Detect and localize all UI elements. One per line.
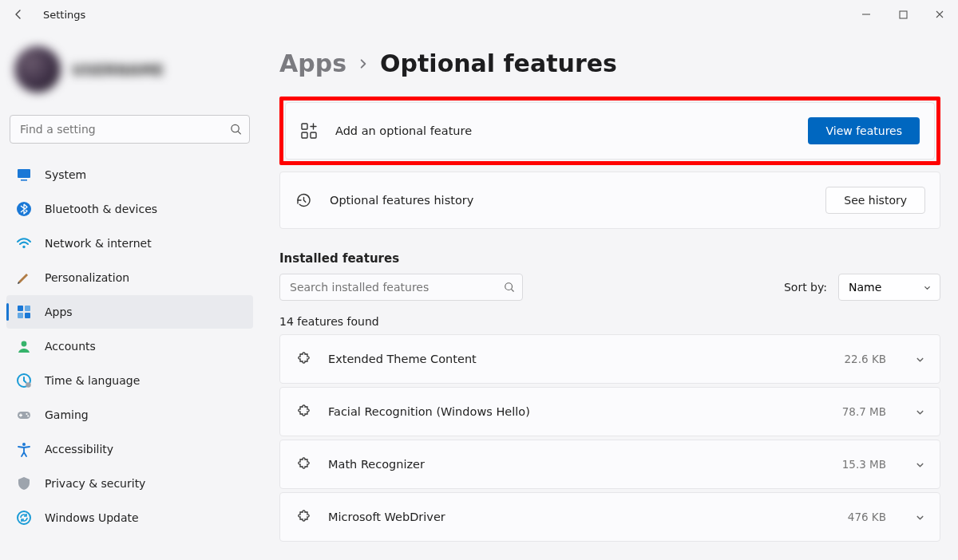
sidebar-item-label: Network & internet (45, 237, 152, 250)
time-icon (16, 373, 32, 388)
apps-icon (16, 304, 32, 320)
feature-row[interactable]: Math Recognizer15.3 MB (279, 440, 940, 489)
sidebar-search (10, 115, 250, 144)
svg-rect-3 (302, 132, 307, 138)
svg-rect-4 (311, 132, 316, 138)
sidebar-item-label: Time & language (45, 374, 140, 387)
system-icon (16, 167, 32, 183)
profile-row[interactable]: USERNAME (6, 40, 253, 105)
search-icon (230, 124, 242, 136)
sidebar-item-label: Bluetooth & devices (45, 203, 157, 215)
breadcrumb-parent[interactable]: Apps (279, 49, 346, 77)
installed-heading: Installed features (279, 251, 940, 266)
search-input[interactable] (10, 115, 250, 144)
sort-dropdown[interactable]: Name (838, 274, 940, 301)
puzzle-icon (295, 509, 311, 525)
view-features-button[interactable]: View features (808, 117, 920, 144)
chevron-down-icon (915, 459, 925, 470)
svg-point-1 (232, 124, 239, 132)
search-icon (504, 282, 515, 293)
gaming-icon (16, 407, 32, 423)
sidebar-item-label: Privacy & security (45, 477, 145, 490)
feature-size: 15.3 MB (842, 458, 886, 471)
sidebar-item-update[interactable]: Windows Update (6, 501, 253, 534)
puzzle-icon (295, 404, 311, 420)
feature-row[interactable]: Facial Recognition (Windows Hello)78.7 M… (279, 387, 940, 436)
sidebar-item-label: Accounts (45, 340, 96, 353)
chevron-right-icon (358, 58, 369, 69)
sidebar-item-gaming[interactable]: Gaming (6, 398, 253, 432)
puzzle-icon (295, 351, 311, 367)
feature-name: Facial Recognition (Windows Hello) (328, 405, 825, 418)
accounts-icon (16, 338, 32, 354)
bluetooth-icon (16, 201, 32, 217)
sidebar-item-label: Apps (45, 306, 73, 318)
svg-rect-2 (302, 124, 307, 129)
chevron-down-icon (915, 407, 925, 417)
page-title: Optional features (380, 49, 617, 77)
chevron-down-icon (915, 354, 925, 365)
feature-row[interactable]: Extended Theme Content22.6 KB (279, 334, 940, 384)
feature-size: 22.6 KB (845, 353, 886, 365)
feature-name: Microsoft WebDriver (328, 511, 830, 523)
back-button[interactable] (5, 1, 32, 28)
titlebar: Settings (0, 0, 958, 29)
sidebar-item-privacy[interactable]: Privacy & security (6, 467, 253, 500)
update-icon (16, 510, 32, 526)
see-history-button[interactable]: See history (825, 187, 925, 214)
sort-value: Name (849, 281, 881, 294)
feature-name: Extended Theme Content (328, 353, 827, 365)
history-icon (295, 191, 312, 209)
sidebar-item-time[interactable]: Time & language (6, 364, 253, 397)
maximize-button[interactable] (885, 0, 921, 29)
svg-point-5 (505, 283, 513, 290)
network-icon (16, 235, 32, 251)
installed-search-input[interactable] (279, 274, 523, 301)
add-feature-label: Add an optional feature (335, 124, 790, 137)
avatar (14, 46, 61, 93)
feature-list: Extended Theme Content22.6 KBFacial Reco… (279, 334, 940, 542)
window-controls (848, 0, 958, 29)
sidebar-item-label: Personalization (45, 271, 129, 284)
sort-label: Sort by: (784, 281, 827, 294)
chevron-down-icon (915, 512, 925, 523)
svg-rect-0 (900, 11, 907, 18)
sidebar-item-bluetooth[interactable]: Bluetooth & devices (6, 192, 253, 226)
add-apps-icon (300, 122, 318, 140)
chevron-down-icon (923, 283, 932, 292)
add-feature-card: Add an optional feature View features (285, 102, 935, 160)
sidebar-item-label: Windows Update (45, 511, 139, 524)
puzzle-icon (295, 456, 311, 472)
sidebar: USERNAME SystemBluetooth & devicesNetwor… (0, 40, 259, 560)
sidebar-item-personalization[interactable]: Personalization (6, 261, 253, 294)
window-title: Settings (43, 9, 85, 21)
privacy-icon (16, 475, 32, 491)
feature-row[interactable]: Microsoft WebDriver476 KB (279, 492, 940, 542)
feature-size: 476 KB (848, 511, 886, 523)
sidebar-item-apps[interactable]: Apps (6, 295, 253, 329)
close-button[interactable] (921, 0, 958, 29)
accessibility-icon (16, 441, 32, 457)
feature-count: 14 features found (279, 315, 940, 328)
feature-name: Math Recognizer (328, 458, 825, 471)
nav-list: SystemBluetooth & devicesNetwork & inter… (6, 158, 253, 534)
sidebar-item-label: Gaming (45, 408, 89, 421)
personalization-icon (16, 270, 32, 286)
minimize-button[interactable] (848, 0, 885, 29)
history-card: Optional features history See history (279, 172, 940, 229)
feature-size: 78.7 MB (842, 405, 886, 418)
sidebar-item-accounts[interactable]: Accounts (6, 329, 253, 363)
annotation-highlight: Add an optional feature View features (279, 97, 940, 165)
history-label: Optional features history (330, 194, 808, 207)
sidebar-item-label: System (45, 168, 86, 181)
filter-row: Sort by: Name (279, 274, 940, 301)
sidebar-item-accessibility[interactable]: Accessibility (6, 432, 253, 466)
profile-name: USERNAME (72, 61, 164, 78)
sidebar-item-system[interactable]: System (6, 158, 253, 191)
breadcrumb: Apps Optional features (279, 49, 940, 77)
sidebar-item-label: Accessibility (45, 443, 113, 455)
main-content: Apps Optional features Add an optional f… (279, 40, 940, 560)
sidebar-item-network[interactable]: Network & internet (6, 227, 253, 260)
